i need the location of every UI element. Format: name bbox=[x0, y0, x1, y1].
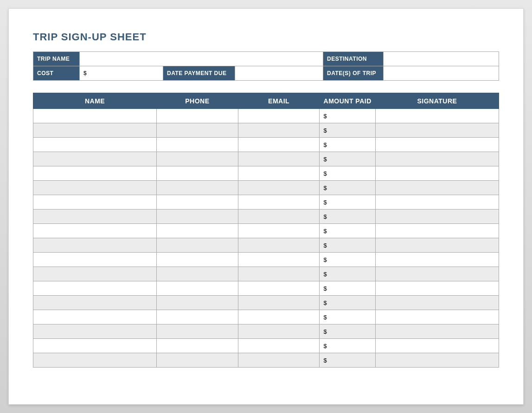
cell-name[interactable] bbox=[33, 267, 157, 281]
cell-email[interactable] bbox=[238, 166, 320, 181]
cell-phone[interactable] bbox=[157, 267, 238, 281]
cell-signature[interactable] bbox=[375, 195, 499, 210]
cell-signature[interactable] bbox=[375, 238, 499, 253]
cell-signature[interactable] bbox=[375, 166, 499, 181]
col-header-name: NAME bbox=[33, 93, 157, 109]
cell-amount-paid[interactable]: $ bbox=[320, 224, 375, 238]
cell-phone[interactable] bbox=[157, 123, 238, 138]
cell-amount-paid[interactable]: $ bbox=[320, 267, 375, 281]
cell-email[interactable] bbox=[238, 267, 320, 281]
cell-phone[interactable] bbox=[157, 310, 238, 324]
cell-amount-paid[interactable]: $ bbox=[320, 138, 375, 152]
cell-name[interactable] bbox=[33, 281, 157, 296]
cell-amount-paid[interactable]: $ bbox=[320, 296, 375, 310]
cell-amount-paid[interactable]: $ bbox=[320, 166, 375, 181]
cost-value[interactable]: $ bbox=[80, 66, 163, 81]
cell-name[interactable] bbox=[33, 195, 157, 210]
cell-name[interactable] bbox=[33, 152, 157, 166]
cell-amount-paid[interactable]: $ bbox=[320, 339, 375, 353]
cell-amount-paid[interactable]: $ bbox=[320, 210, 375, 224]
cell-signature[interactable] bbox=[375, 138, 499, 152]
cell-signature[interactable] bbox=[375, 109, 499, 123]
cell-email[interactable] bbox=[238, 310, 320, 324]
cell-email[interactable] bbox=[238, 339, 320, 353]
cell-email[interactable] bbox=[238, 224, 320, 238]
table-row: $ bbox=[33, 296, 499, 310]
cell-name[interactable] bbox=[33, 123, 157, 138]
cell-signature[interactable] bbox=[375, 353, 499, 368]
cell-phone[interactable] bbox=[157, 210, 238, 224]
cell-phone[interactable] bbox=[157, 339, 238, 353]
cell-phone[interactable] bbox=[157, 181, 238, 195]
cell-amount-paid[interactable]: $ bbox=[320, 238, 375, 253]
cell-email[interactable] bbox=[238, 109, 320, 123]
cell-signature[interactable] bbox=[375, 253, 499, 267]
cell-amount-paid[interactable]: $ bbox=[320, 353, 375, 368]
table-row: $ bbox=[33, 123, 499, 138]
cell-phone[interactable] bbox=[157, 353, 238, 368]
trip-name-value[interactable] bbox=[80, 52, 323, 66]
cell-amount-paid[interactable]: $ bbox=[320, 253, 375, 267]
cell-email[interactable] bbox=[238, 296, 320, 310]
cell-name[interactable] bbox=[33, 109, 157, 123]
cell-amount-paid[interactable]: $ bbox=[320, 123, 375, 138]
cell-amount-paid[interactable]: $ bbox=[320, 181, 375, 195]
cell-phone[interactable] bbox=[157, 238, 238, 253]
cell-name[interactable] bbox=[33, 324, 157, 339]
cell-email[interactable] bbox=[238, 324, 320, 339]
cell-signature[interactable] bbox=[375, 224, 499, 238]
cell-amount-paid[interactable]: $ bbox=[320, 109, 375, 123]
cell-email[interactable] bbox=[238, 195, 320, 210]
cell-amount-paid[interactable]: $ bbox=[320, 324, 375, 339]
cell-signature[interactable] bbox=[375, 210, 499, 224]
cell-signature[interactable] bbox=[375, 296, 499, 310]
cell-phone[interactable] bbox=[157, 109, 238, 123]
cell-amount-paid[interactable]: $ bbox=[320, 310, 375, 324]
cell-phone[interactable] bbox=[157, 324, 238, 339]
cell-signature[interactable] bbox=[375, 152, 499, 166]
cell-signature[interactable] bbox=[375, 281, 499, 296]
cell-name[interactable] bbox=[33, 166, 157, 181]
cell-email[interactable] bbox=[238, 281, 320, 296]
cell-name[interactable] bbox=[33, 353, 157, 368]
cell-name[interactable] bbox=[33, 224, 157, 238]
cell-email[interactable] bbox=[238, 123, 320, 138]
cell-amount-paid[interactable]: $ bbox=[320, 195, 375, 210]
date-payment-due-value[interactable] bbox=[235, 66, 323, 81]
cell-amount-paid[interactable]: $ bbox=[320, 281, 375, 296]
cell-name[interactable] bbox=[33, 181, 157, 195]
cell-signature[interactable] bbox=[375, 310, 499, 324]
cell-phone[interactable] bbox=[157, 195, 238, 210]
cell-signature[interactable] bbox=[375, 123, 499, 138]
cell-name[interactable] bbox=[33, 138, 157, 152]
cell-phone[interactable] bbox=[157, 296, 238, 310]
cell-phone[interactable] bbox=[157, 224, 238, 238]
cell-name[interactable] bbox=[33, 310, 157, 324]
cell-email[interactable] bbox=[238, 353, 320, 368]
cell-signature[interactable] bbox=[375, 324, 499, 339]
dates-of-trip-value[interactable] bbox=[384, 66, 499, 81]
cell-name[interactable] bbox=[33, 296, 157, 310]
cell-email[interactable] bbox=[238, 138, 320, 152]
destination-value[interactable] bbox=[384, 52, 499, 66]
cell-name[interactable] bbox=[33, 238, 157, 253]
cell-phone[interactable] bbox=[157, 166, 238, 181]
cell-email[interactable] bbox=[238, 210, 320, 224]
cell-name[interactable] bbox=[33, 253, 157, 267]
signup-table: NAME PHONE EMAIL AMOUNT PAID SIGNATURE $… bbox=[33, 93, 499, 368]
cell-phone[interactable] bbox=[157, 281, 238, 296]
cell-email[interactable] bbox=[238, 181, 320, 195]
cell-amount-paid[interactable]: $ bbox=[320, 152, 375, 166]
cell-name[interactable] bbox=[33, 210, 157, 224]
cell-signature[interactable] bbox=[375, 267, 499, 281]
cell-email[interactable] bbox=[238, 238, 320, 253]
cell-signature[interactable] bbox=[375, 181, 499, 195]
cell-phone[interactable] bbox=[157, 253, 238, 267]
cell-email[interactable] bbox=[238, 253, 320, 267]
table-row: $ bbox=[33, 253, 499, 267]
cell-signature[interactable] bbox=[375, 339, 499, 353]
cell-phone[interactable] bbox=[157, 152, 238, 166]
cell-name[interactable] bbox=[33, 339, 157, 353]
cell-email[interactable] bbox=[238, 152, 320, 166]
cell-phone[interactable] bbox=[157, 138, 238, 152]
